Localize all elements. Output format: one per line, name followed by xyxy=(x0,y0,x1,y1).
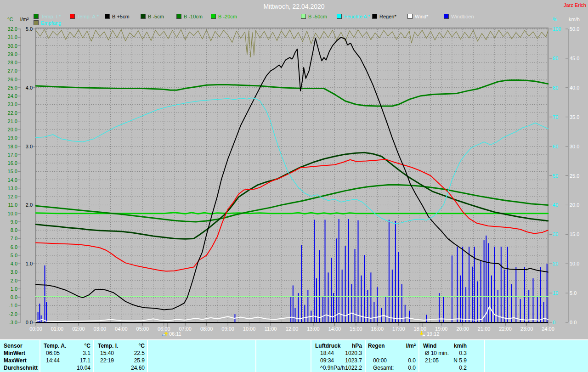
percent-tick-label: 10 xyxy=(553,290,558,296)
col-header-wind: Wind xyxy=(423,343,436,349)
row-label-maxwert: MaxWert xyxy=(4,357,27,364)
percent-tick-label: 90 xyxy=(553,56,558,61)
percent-tick-label: 30 xyxy=(553,231,558,237)
stats-wind-value: 0.2 xyxy=(459,365,467,371)
legend-item-b-minus10: B -10cm xyxy=(176,14,203,20)
table-separator xyxy=(255,340,256,372)
legend-item-b-plus5: B +5cm xyxy=(105,14,130,20)
hour-label: 03:00 xyxy=(94,326,107,332)
table-separator xyxy=(484,340,485,372)
hour-label: 14:00 xyxy=(328,326,341,332)
sunrise-icon xyxy=(162,331,168,337)
table-separator xyxy=(40,340,40,372)
hour-label: 08:00 xyxy=(200,326,213,332)
legend-label-windboeen: Windböen xyxy=(451,14,474,19)
celsius-tick-label: 26.0 xyxy=(8,77,17,82)
legend-swatch-empfang xyxy=(34,20,39,25)
celsius-tick-label: 9.0 xyxy=(11,219,17,225)
kmh-tick-label: 0.0 xyxy=(570,320,577,325)
legend-swatch-regen xyxy=(372,14,377,19)
stats-luftdruck-time: ^0.9hPa/h xyxy=(320,365,345,371)
hour-label: 00:00 xyxy=(29,326,42,332)
hour-label: 01:00 xyxy=(51,326,64,332)
stats-temp-a-time: 06:05 xyxy=(46,350,60,356)
hour-label: 05:00 xyxy=(136,326,149,332)
hour-label: 22:00 xyxy=(499,326,512,332)
percent-tick-label: 70 xyxy=(553,114,558,120)
hour-label: 04:00 xyxy=(115,326,128,332)
legend-swatch-b-minus10 xyxy=(176,14,181,19)
legend-label-b-minus50: B -50cm xyxy=(308,14,327,19)
stats-regen-time: Gesamt: xyxy=(373,365,394,371)
kmh-tick-label: 25.0 xyxy=(570,173,579,179)
table-separator xyxy=(311,340,311,372)
celsius-tick-label: 25.0 xyxy=(8,85,17,90)
col-unit-temp-i: °C xyxy=(139,343,145,349)
legend-item-windboeen: Windböen xyxy=(444,14,474,20)
kmh-tick-label: 20.0 xyxy=(570,202,579,208)
stats-regen-time: 00:00 xyxy=(373,357,387,364)
celsius-tick-label: 30.0 xyxy=(8,43,17,49)
celsius-tick-label: 20.0 xyxy=(8,127,17,132)
percent-tick-label: 0 xyxy=(553,320,555,325)
table-separator xyxy=(418,340,419,372)
celsius-tick-label: 24.0 xyxy=(8,93,17,99)
weather-chart-canvas: 32.031.030.029.028.027.026.025.024.023.0… xyxy=(0,0,588,339)
stats-luftdruck-time: 18:44 xyxy=(320,350,334,356)
legend-row-2: Empfang xyxy=(0,20,588,26)
legend-swatch-windboeen xyxy=(444,14,449,19)
stats-luftdruck-value: 1020.3 xyxy=(345,350,362,356)
hour-label: 24:00 xyxy=(542,326,554,332)
celsius-tick-label: 14.0 xyxy=(8,177,17,183)
legend-swatch-b-plus5 xyxy=(105,14,110,19)
kmh-tick-label: 5.0 xyxy=(570,290,577,296)
celsius-tick-label: 32.0 xyxy=(8,26,17,32)
hour-label: 02:00 xyxy=(72,326,85,332)
celsius-tick-label: 23.0 xyxy=(8,101,17,107)
col-unit-temp-a: °C xyxy=(85,343,90,349)
legend-item-b-minus20: B -20cm xyxy=(211,14,237,20)
legend-label-b-minus10: B -10cm xyxy=(184,14,203,19)
legend-label-b-minus5: B -5cm xyxy=(148,14,164,19)
percent-tick-label: 50 xyxy=(553,173,558,179)
weather-app-window: { "header": { "title": "Mittwoch, 22.04.… xyxy=(0,0,588,372)
celsius-tick-label: 18.0 xyxy=(8,144,17,149)
legend-label-empfang: Empfang xyxy=(41,20,61,26)
lm2-tick-label: 4.0 xyxy=(26,85,33,90)
stats-temp-i-value: 22.5 xyxy=(134,350,145,356)
hour-label: 12:00 xyxy=(286,326,299,332)
legend-swatch-b-minus50 xyxy=(301,14,306,19)
stats-luftdruck-time: 09:34 xyxy=(320,357,334,364)
col-unit-wind: km/h xyxy=(454,343,467,349)
celsius-tick-label: 11.0 xyxy=(8,202,17,208)
legend-label-temp-a: Temp. A.* xyxy=(77,14,99,19)
stats-wind-time: Ø 10 min. xyxy=(425,350,449,356)
kmh-tick-label: 15.0 xyxy=(570,231,579,237)
kmh-tick-label: 30.0 xyxy=(570,144,579,149)
kmh-tick-label: 10.0 xyxy=(570,261,579,266)
legend-item-temp-a: Temp. A.* xyxy=(70,14,99,20)
sunset-time: 19:12 xyxy=(427,331,440,337)
hour-label: 17:00 xyxy=(392,326,405,332)
kmh-tick-label: 50.0 xyxy=(570,26,579,32)
sunrise-time: 06:11 xyxy=(169,331,181,337)
kmh-tick-label: 45.0 xyxy=(570,56,579,61)
plot-frame xyxy=(36,28,548,322)
celsius-tick-label: 6.0 xyxy=(11,244,17,250)
celsius-tick-label: 7.0 xyxy=(11,236,17,241)
hour-label: 13:00 xyxy=(307,326,320,332)
series-b-minus5 xyxy=(36,152,548,239)
stats-wind-time: 21:05 xyxy=(425,357,439,364)
stats-regen-value: 0.0 xyxy=(408,357,416,364)
legend-swatch-wind xyxy=(407,14,413,19)
stats-temp-i-time: 15:40 xyxy=(100,350,114,356)
lm2-tick-label: 0.0 xyxy=(26,320,33,325)
legend-item-b-minus5: B -5cm xyxy=(141,14,164,20)
sunrise-marker: 06:11 xyxy=(162,331,181,337)
celsius-tick-label: 19.0 xyxy=(8,135,17,141)
stats-wind-value: N 5.9 xyxy=(453,357,467,364)
sunset-icon xyxy=(419,331,426,337)
legend-item-wind: Wind* xyxy=(407,14,428,20)
stats-temp-i-value: 25.9 xyxy=(134,357,145,364)
celsius-tick-label: 0.0 xyxy=(11,294,17,300)
